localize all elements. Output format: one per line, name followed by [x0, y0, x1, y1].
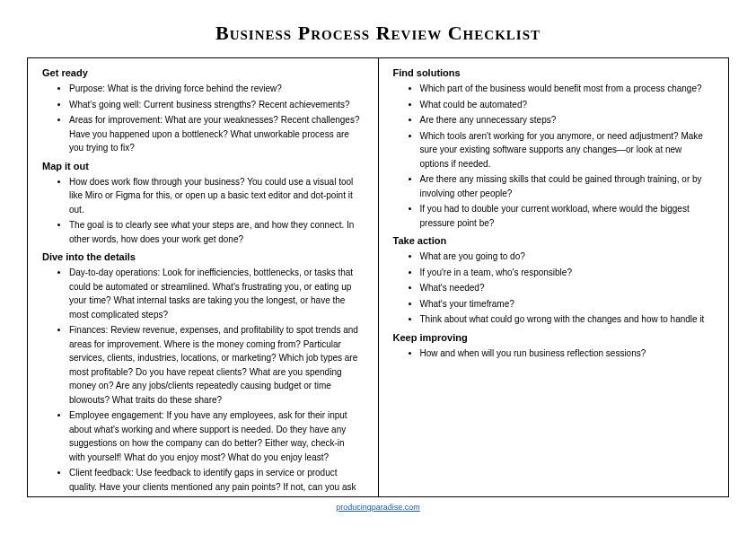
list-item: Client feedback: Use feedback to identif… [69, 466, 364, 496]
document-page: Business Process Review Checklist Get re… [0, 0, 756, 521]
section-list: Purpose: What is the driving force behin… [42, 82, 364, 155]
section-list: What are you going to do?If you're in a … [393, 250, 715, 327]
list-item: Are there any missing skills that could … [420, 172, 715, 200]
list-item: What's going well: Current business stre… [69, 98, 364, 112]
list-item: Purpose: What is the driving force behin… [69, 82, 364, 96]
list-item: Areas for improvement: What are your wea… [69, 113, 364, 155]
content-box: Get readyPurpose: What is the driving fo… [27, 57, 729, 497]
footer-link[interactable]: producingparadise.com [27, 503, 729, 512]
list-item: Are there any unnecessary steps? [420, 113, 715, 127]
right-column: Find solutionsWhich part of the business… [379, 58, 729, 496]
section-list: How does work flow through your business… [42, 175, 364, 247]
list-item: Which part of the business would benefit… [420, 82, 715, 96]
section-heading: Take action [393, 235, 715, 246]
list-item: What's needed? [420, 281, 715, 295]
list-item: Which tools aren't working for you anymo… [420, 129, 715, 171]
list-item: Employee engagement: If you have any emp… [69, 408, 364, 464]
section-heading: Map it out [42, 161, 364, 171]
list-item: What could be automated? [420, 98, 715, 112]
section-heading: Dive into the details [42, 251, 364, 262]
list-item: Think about what could go wrong with the… [420, 312, 715, 327]
section-list: Day-to-day operations: Look for ineffici… [42, 266, 364, 496]
list-item: Day-to-day operations: Look for ineffici… [69, 266, 364, 321]
section-heading: Keep improving [393, 332, 715, 343]
section-heading: Find solutions [393, 67, 715, 78]
left-column: Get readyPurpose: What is the driving fo… [28, 58, 379, 496]
list-item: What's your timeframe? [420, 297, 715, 311]
list-item: If you're in a team, who's responsible? [420, 266, 715, 280]
section-heading: Get ready [42, 67, 364, 78]
list-item: How and when will you run business refle… [420, 346, 715, 361]
list-item: If you had to double your current worklo… [420, 202, 715, 230]
list-item: Finances: Review revenue, expenses, and … [69, 323, 364, 407]
document-title: Business Process Review Checklist [27, 22, 729, 45]
list-item: How does work flow through your business… [69, 175, 364, 217]
list-item: What are you going to do? [420, 250, 715, 264]
list-item: The goal is to clearly see what your ste… [69, 218, 364, 246]
section-list: How and when will you run business refle… [393, 346, 715, 361]
section-list: Which part of the business would benefit… [393, 82, 715, 230]
